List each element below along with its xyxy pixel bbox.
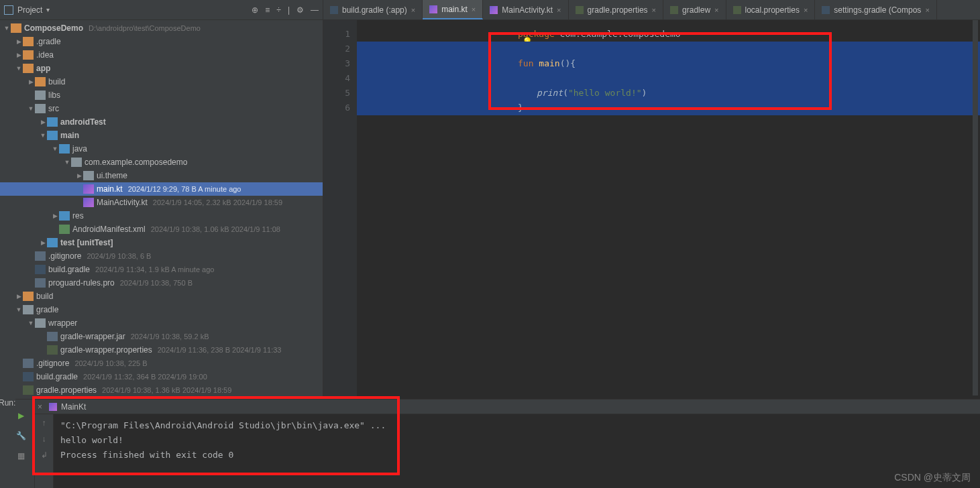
collapse-icon[interactable]: ÷ <box>276 5 281 15</box>
tree-arrow-icon[interactable] <box>39 119 47 125</box>
folder-src-icon <box>59 144 70 154</box>
folder-mod-icon <box>23 37 34 46</box>
wrench-icon[interactable]: 🔧 <box>16 430 27 441</box>
tree-item[interactable]: MainActivity.kt2024/1/9 14:05, 2.32 kB 2… <box>0 196 323 209</box>
tree-item[interactable]: res <box>0 209 323 223</box>
tree-item[interactable]: wrapper <box>0 316 323 330</box>
tree-item[interactable]: ui.theme <box>0 169 323 182</box>
close-icon[interactable]: × <box>804 6 808 14</box>
locate-icon[interactable]: ⊕ <box>252 5 258 15</box>
separator: | <box>288 5 290 15</box>
editor-tab[interactable]: gradle.properties× <box>569 0 664 19</box>
console-line: Process finished with exit code 0 <box>60 448 973 463</box>
tree-item[interactable]: app <box>0 62 323 75</box>
tree-arrow-icon[interactable] <box>15 306 23 313</box>
tree-item[interactable]: .gitignore2024/1/9 10:38, 225 B <box>0 357 323 370</box>
folder-dir-icon <box>23 305 34 314</box>
editor-tab[interactable]: build.gradle (:app)× <box>323 0 423 19</box>
minimize-icon[interactable]: — <box>311 5 319 15</box>
tree-arrow-icon[interactable] <box>63 159 71 166</box>
tree-arrow-icon[interactable] <box>39 132 47 139</box>
tree-item[interactable]: gradle-wrapper.properties2024/1/9 11:36,… <box>0 343 323 357</box>
folder-src-icon <box>59 211 70 221</box>
tree-arrow-icon[interactable] <box>39 239 47 246</box>
tree-arrow-icon[interactable] <box>15 65 23 72</box>
tree-item[interactable]: .idea <box>0 48 323 62</box>
tree-item-label: build.gradle <box>36 372 78 381</box>
run-tab-label: MainKt <box>61 402 86 412</box>
tree-arrow-icon[interactable] <box>27 105 35 112</box>
tree-item[interactable]: androidTest <box>0 115 323 129</box>
tree-root[interactable]: ComposeDemoD:\androidpro\test\ComposeDem… <box>0 21 323 35</box>
tree-arrow-icon[interactable] <box>15 52 23 58</box>
tree-item-label: .gitignore <box>48 251 81 261</box>
tree-arrow-icon[interactable] <box>75 172 83 179</box>
run-output[interactable]: "C:\Program Files\Android\Android Studio… <box>54 414 980 488</box>
run-tab[interactable]: MainKt <box>49 402 86 412</box>
close-icon[interactable]: × <box>472 5 476 13</box>
file-kt-icon <box>429 5 437 13</box>
play-icon[interactable]: ▶ <box>16 410 27 421</box>
layout-icon[interactable]: ▦ <box>16 450 27 461</box>
tree-arrow-icon[interactable] <box>51 145 59 152</box>
tree-arrow-icon[interactable] <box>15 38 23 45</box>
file-elephant-icon <box>23 372 34 381</box>
tree-arrow-icon[interactable] <box>51 212 59 219</box>
soft-wrap-icon[interactable]: ↲ <box>41 450 48 460</box>
tree-item-label: .idea <box>36 50 54 60</box>
tree-item-label: wrapper <box>48 318 77 328</box>
tree-item-meta: 2024/1/9 14:05, 2.32 kB 2024/1/9 18:59 <box>153 198 282 206</box>
gear-icon[interactable]: ⚙ <box>296 5 304 15</box>
chevron-down-icon[interactable]: ▾ <box>46 6 50 13</box>
tree-arrow-icon[interactable] <box>15 293 23 300</box>
tree-item[interactable]: build.gradle2024/1/9 11:32, 364 B 2024/1… <box>0 370 323 383</box>
expand-icon[interactable]: ≡ <box>265 5 270 15</box>
close-icon[interactable]: × <box>38 402 42 412</box>
file-kt-icon <box>83 198 94 207</box>
project-tree[interactable]: ComposeDemoD:\androidpro\test\ComposeDem… <box>0 20 323 399</box>
tree-item-label: app <box>36 64 50 73</box>
tree-arrow-icon[interactable] <box>27 78 35 85</box>
up-icon[interactable]: ↑ <box>42 418 46 428</box>
editor-body[interactable]: 123456 💡 package com.example.composedemo… <box>323 20 980 399</box>
csdn-watermark: CSDN @史蒂文周 <box>894 472 971 484</box>
tree-item[interactable]: build <box>0 75 323 88</box>
down-icon[interactable]: ↓ <box>42 434 46 444</box>
tree-item[interactable]: gradle.properties2024/1/9 10:38, 1.36 kB… <box>0 383 323 397</box>
close-icon[interactable]: × <box>557 6 561 14</box>
close-icon[interactable]: × <box>411 6 415 14</box>
tree-item[interactable]: src <box>0 102 323 115</box>
tree-item[interactable]: proguard-rules.pro2024/1/9 10:38, 750 B <box>0 276 323 290</box>
tree-item[interactable]: gradle-wrapper.jar2024/1/9 10:38, 59.2 k… <box>0 330 323 343</box>
editor-tab[interactable]: main.kt× <box>423 0 483 19</box>
close-icon[interactable]: × <box>925 6 929 14</box>
tree-item[interactable]: build.gradle2024/1/9 11:34, 1.9 kB A min… <box>0 263 323 276</box>
tree-item[interactable]: main.kt2024/1/12 9:29, 78 B A minute ago <box>0 182 323 196</box>
tree-item[interactable]: test [unitTest] <box>0 236 323 249</box>
gutter: 123456 <box>323 20 357 399</box>
editor-tab[interactable]: settings.gradle (Compos× <box>815 0 937 19</box>
folder-dir-icon <box>35 90 46 100</box>
tree-item[interactable]: AndroidManifest.xml2024/1/9 10:38, 1.06 … <box>0 223 323 236</box>
editor-tab[interactable]: MainActivity.kt× <box>483 0 568 19</box>
tree-item-label: MainActivity.kt <box>97 198 148 207</box>
editor-tab[interactable]: gradlew× <box>663 0 726 19</box>
tree-item-meta: 2024/1/9 10:38, 750 B <box>120 279 193 287</box>
tree-arrow-icon[interactable] <box>27 320 35 326</box>
project-dropdown-label[interactable]: Project <box>17 5 42 15</box>
close-icon[interactable]: × <box>714 6 718 14</box>
tree-item-label: src <box>48 104 59 113</box>
tree-item[interactable]: .gradle <box>0 35 323 48</box>
tree-item[interactable]: com.example.composedemo <box>0 156 323 169</box>
tree-item[interactable]: gradle <box>0 303 323 316</box>
tree-item[interactable]: build <box>0 290 323 303</box>
chevron-down-icon[interactable] <box>3 25 11 32</box>
close-icon[interactable]: × <box>652 6 656 14</box>
editor-scrollbar[interactable] <box>973 20 978 395</box>
tree-item[interactable]: .gitignore2024/1/9 10:38, 6 B <box>0 249 323 263</box>
tree-item[interactable]: main <box>0 129 323 142</box>
editor-tab[interactable]: local.properties× <box>726 0 816 19</box>
tree-item[interactable]: libs <box>0 88 323 102</box>
code[interactable]: 💡 package com.example.composedemo fun ma… <box>357 20 980 399</box>
tree-item[interactable]: java <box>0 142 323 156</box>
